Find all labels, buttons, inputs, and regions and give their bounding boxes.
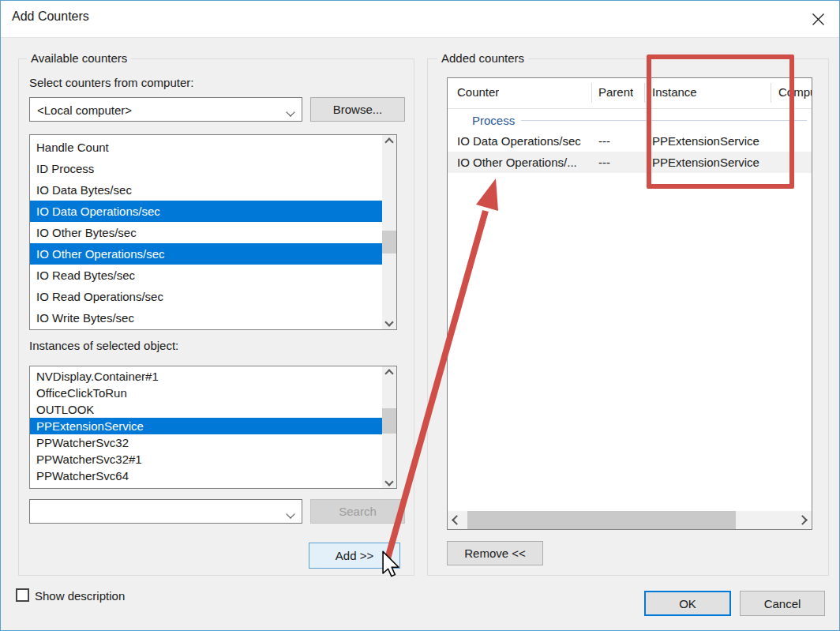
counter-list-item[interactable]: IO Other Bytes/sec <box>30 222 382 243</box>
close-icon <box>812 13 825 26</box>
scroll-up-button[interactable] <box>382 135 396 149</box>
scrollbar-thumb[interactable] <box>382 408 396 434</box>
counter-list-item-selected[interactable]: IO Other Operations/sec <box>30 243 382 265</box>
instances-label: Instances of selected object: <box>29 339 178 352</box>
computer-combobox-value: <Local computer> <box>37 103 132 116</box>
scroll-down-icon <box>384 477 393 486</box>
counter-list-item[interactable]: IO Read Operations/sec <box>30 286 382 307</box>
cell-counter: IO Data Operations/sec <box>457 130 590 152</box>
show-description-checkbox[interactable] <box>16 588 29 602</box>
chevron-down-icon <box>287 506 294 520</box>
column-separator[interactable] <box>591 83 592 103</box>
cancel-button[interactable]: Cancel <box>740 591 825 616</box>
column-header-parent[interactable]: Parent <box>598 81 633 103</box>
annotation-highlight-rectangle <box>647 54 794 189</box>
computer-combobox[interactable]: <Local computer> <box>29 97 302 122</box>
counter-list-item[interactable]: IO Read Bytes/sec <box>30 265 382 286</box>
scrollbar-thumb[interactable] <box>467 511 736 529</box>
instance-list-item[interactable]: PPWatcherSvc64 <box>30 468 382 484</box>
cell-parent: --- <box>598 130 642 152</box>
remove-button[interactable]: Remove << <box>447 541 543 565</box>
counters-listbox: Handle Count ID Process IO Data Bytes/se… <box>29 134 397 330</box>
counter-list-item[interactable]: IO Write Bytes/sec <box>30 307 382 329</box>
table-horizontal-scrollbar[interactable] <box>448 511 812 529</box>
scroll-up-icon <box>384 137 393 146</box>
show-description-label: Show description <box>35 589 125 603</box>
counter-list-item[interactable]: Handle Count <box>30 137 382 158</box>
search-button[interactable]: Search <box>310 499 405 524</box>
scroll-down-button[interactable] <box>382 475 396 488</box>
browse-button[interactable]: Browse... <box>310 97 405 122</box>
instance-list-item[interactable]: NVDisplay.Container#1 <box>30 368 382 385</box>
select-computer-label: Select counters from computer: <box>29 76 193 89</box>
chevron-down-icon <box>287 104 294 118</box>
scroll-right-icon <box>797 515 808 525</box>
counter-list-item[interactable]: ID Process <box>30 158 382 179</box>
instance-list-item[interactable]: PPWatcherSvc32 <box>30 434 382 451</box>
scroll-down-button[interactable] <box>382 315 396 329</box>
add-counters-dialog: Add Counters Available counters Select c… <box>0 0 840 631</box>
scroll-down-icon <box>384 317 393 326</box>
scroll-up-icon <box>384 369 393 377</box>
available-counters-group-label: Available counters <box>27 51 131 65</box>
instance-list-item[interactable]: PPWatcherSvc32#1 <box>30 451 382 468</box>
counter-group-row: Process <box>472 111 515 130</box>
counter-list-item[interactable]: IO Data Bytes/sec <box>30 179 382 201</box>
scrollbar-thumb[interactable] <box>382 231 396 254</box>
instances-listbox: NVDisplay.Container#1 OfficeClickToRun O… <box>29 366 397 489</box>
dialog-title: Add Counters <box>12 9 89 24</box>
added-counters-group-label: Added counters <box>437 51 528 65</box>
add-button[interactable]: Add >> <box>309 543 400 569</box>
close-button[interactable] <box>806 7 830 31</box>
instances-scrollbar[interactable] <box>382 366 396 488</box>
search-combobox[interactable] <box>29 499 302 524</box>
counter-list-item-selected[interactable]: IO Data Operations/sec <box>30 201 382 222</box>
instance-list-item[interactable]: OUTLOOK <box>30 401 382 418</box>
title-bar: Add Counters <box>1 1 839 38</box>
scroll-left-button[interactable] <box>448 511 466 529</box>
cell-parent: --- <box>598 152 642 173</box>
instance-list-item-selected[interactable]: PPExtensionService <box>30 418 382 434</box>
column-header-counter[interactable]: Counter <box>457 81 499 103</box>
ok-button[interactable]: OK <box>644 591 731 616</box>
scroll-up-button[interactable] <box>382 366 396 380</box>
scroll-left-icon <box>452 515 462 525</box>
column-separator[interactable] <box>644 83 645 103</box>
scroll-right-button[interactable] <box>793 511 812 529</box>
instance-list-item[interactable]: OfficeClickToRun <box>30 385 382 401</box>
cell-counter: IO Other Operations/... <box>457 152 590 173</box>
counters-scrollbar[interactable] <box>382 135 396 329</box>
